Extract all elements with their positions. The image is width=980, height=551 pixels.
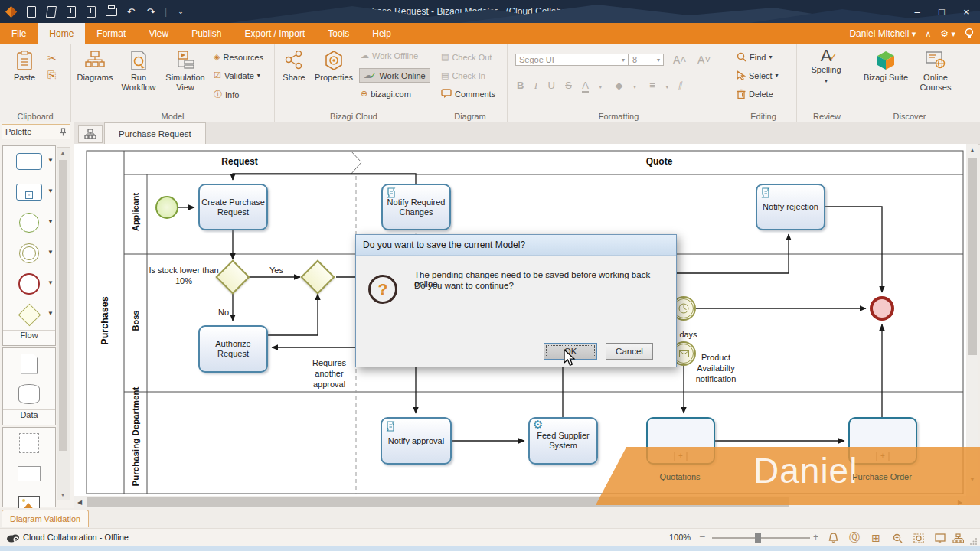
- tab-home[interactable]: Home: [38, 23, 85, 44]
- zoom-slider-track[interactable]: [712, 537, 810, 539]
- save-icon[interactable]: [65, 5, 77, 18]
- minimize-button[interactable]: –: [906, 2, 928, 21]
- phase-label-request[interactable]: Request: [163, 156, 316, 167]
- zoom-in-button[interactable]: +: [813, 532, 818, 543]
- label-requires-approval[interactable]: Requires another approval: [299, 357, 360, 390]
- select-button[interactable]: Select▾: [737, 70, 779, 80]
- font-family-select[interactable]: Segoe UI▾: [515, 54, 629, 66]
- tab-tools[interactable]: Tools: [316, 23, 361, 44]
- dropdown-icon[interactable]: ▼: [47, 157, 54, 164]
- zoom-in-tool-icon[interactable]: [890, 531, 905, 545]
- diagrams-button[interactable]: Diagrams: [74, 51, 116, 83]
- italic-button[interactable]: I: [534, 80, 537, 91]
- copy-icon[interactable]: [47, 69, 56, 82]
- print-icon[interactable]: [105, 5, 117, 18]
- notifications-bell-icon[interactable]: [825, 531, 841, 545]
- find-button[interactable]: Find▾: [737, 52, 772, 62]
- scroll-down-icon[interactable]: ▼: [57, 492, 68, 497]
- font-color-button[interactable]: A: [582, 80, 589, 93]
- label-yes[interactable]: Yes: [267, 265, 286, 276]
- task-notify-rejection[interactable]: Notify rejection: [756, 184, 825, 230]
- undo-icon[interactable]: [125, 5, 137, 18]
- font-size-select[interactable]: 8▾: [629, 54, 664, 66]
- share-button[interactable]: Share: [278, 51, 310, 83]
- palette-scroll-thumb[interactable]: [59, 160, 67, 451]
- purchase-order-label[interactable]: Purchase Order: [845, 471, 919, 482]
- shrink-font-icon[interactable]: A˅: [697, 54, 711, 66]
- label-product-availability[interactable]: Product Availabilty notification: [691, 352, 741, 384]
- format-painter-icon[interactable]: ⁄⁄: [677, 80, 684, 92]
- zoom-out-button[interactable]: –: [700, 531, 705, 542]
- info-button[interactable]: Info: [214, 89, 239, 100]
- start-event[interactable]: [155, 196, 178, 219]
- work-online-button[interactable]: Work Online: [359, 68, 430, 83]
- palette-task-shape[interactable]: ▼: [3, 146, 55, 177]
- cancel-button[interactable]: Cancel: [606, 343, 653, 360]
- strikethrough-button[interactable]: S: [565, 80, 572, 91]
- underline-button[interactable]: U: [547, 80, 554, 91]
- task-notify-required-changes[interactable]: Notify Required Changes: [381, 184, 451, 230]
- palette-subprocess-shape[interactable]: ▫▼: [3, 177, 55, 207]
- phase-label-quote[interactable]: Quote: [583, 156, 736, 167]
- palette-end-event-shape[interactable]: ▼: [3, 269, 55, 299]
- label-no[interactable]: No: [214, 307, 233, 318]
- open-file-icon[interactable]: [45, 5, 57, 18]
- bizagi-com-button[interactable]: bizagi.com: [361, 89, 411, 99]
- dropdown-icon[interactable]: ▼: [47, 279, 54, 286]
- settings-gear-icon[interactable]: ▾: [940, 28, 956, 39]
- label-stock-condition[interactable]: Is stock lower than 10%: [147, 265, 220, 286]
- align-button[interactable]: [649, 80, 655, 91]
- task-notify-approval[interactable]: Notify approval: [381, 417, 452, 465]
- diagram-list-button[interactable]: [78, 125, 103, 143]
- scroll-up-icon[interactable]: ▲: [966, 145, 978, 155]
- palette-group-shape[interactable]: [3, 428, 55, 458]
- lightbulb-icon[interactable]: [965, 28, 974, 40]
- dropdown-icon[interactable]: ▼: [47, 249, 54, 256]
- task-authorize-request[interactable]: Authorize Request: [198, 325, 268, 373]
- pool-label[interactable]: Purchases: [100, 244, 110, 397]
- tab-diagram-validation[interactable]: Diagram Validation: [2, 510, 89, 527]
- resources-button[interactable]: Resources: [214, 52, 263, 62]
- paste-button[interactable]: Paste: [8, 51, 41, 83]
- cut-icon[interactable]: [47, 52, 57, 64]
- simulation-view-button[interactable]: Simulation View: [162, 51, 209, 93]
- dropdown-icon[interactable]: ▼: [47, 310, 54, 317]
- tab-publish[interactable]: Publish: [180, 23, 233, 44]
- new-file-icon[interactable]: [25, 5, 38, 18]
- lane-label-purchasing[interactable]: Purchasing Department: [131, 386, 141, 488]
- palette-data-object-shape[interactable]: [3, 348, 55, 379]
- grow-font-icon[interactable]: A˄: [673, 54, 687, 66]
- work-offline-button[interactable]: Work Offline: [361, 51, 418, 60]
- zoom-100-icon[interactable]: [847, 531, 862, 545]
- scroll-up-icon[interactable]: ▲: [57, 150, 68, 155]
- dropdown-icon[interactable]: ▼: [47, 187, 54, 194]
- palette-start-event-shape[interactable]: ▼: [3, 207, 55, 238]
- palette-intermediate-event-shape[interactable]: ▼: [3, 238, 55, 269]
- lane-label-applicant[interactable]: Applicant: [130, 166, 141, 258]
- task-feed-supplier-system[interactable]: Feed Supplier System: [528, 417, 598, 465]
- pan-mode-icon[interactable]: [868, 531, 884, 545]
- vertical-scrollbar[interactable]: ▲ ▼: [966, 144, 978, 496]
- align-dropdown[interactable]: ▾: [665, 83, 668, 90]
- spelling-button[interactable]: A Spelling ▾: [805, 51, 848, 86]
- end-event[interactable]: [870, 296, 894, 321]
- fill-color-dropdown[interactable]: ▾: [633, 83, 636, 90]
- tab-format[interactable]: Format: [85, 23, 137, 44]
- redo-icon[interactable]: [145, 5, 157, 18]
- run-workflow-button[interactable]: Run Workflow: [117, 51, 160, 93]
- palette-scrollbar[interactable]: ▲ ▼: [57, 147, 70, 500]
- quotations-label[interactable]: Quotations: [648, 471, 712, 482]
- fill-color-button[interactable]: ◆: [616, 80, 623, 91]
- bold-button[interactable]: B: [517, 80, 524, 91]
- bizagi-logo-icon[interactable]: [5, 5, 18, 18]
- diagram-view-icon[interactable]: [950, 531, 965, 545]
- user-menu[interactable]: Daniel Mitchell ▾: [849, 28, 916, 39]
- qat-dropdown-icon[interactable]: ⌄: [175, 5, 187, 18]
- save-all-icon[interactable]: [85, 5, 97, 18]
- maximize-button[interactable]: □: [931, 2, 952, 21]
- online-courses-button[interactable]: Online Courses: [914, 51, 957, 93]
- pin-icon[interactable]: [60, 128, 67, 136]
- bizagi-suite-button[interactable]: Bizagi Suite: [861, 51, 911, 83]
- collapse-ribbon-icon[interactable]: ∧: [925, 29, 931, 39]
- resize-grip[interactable]: [969, 537, 978, 546]
